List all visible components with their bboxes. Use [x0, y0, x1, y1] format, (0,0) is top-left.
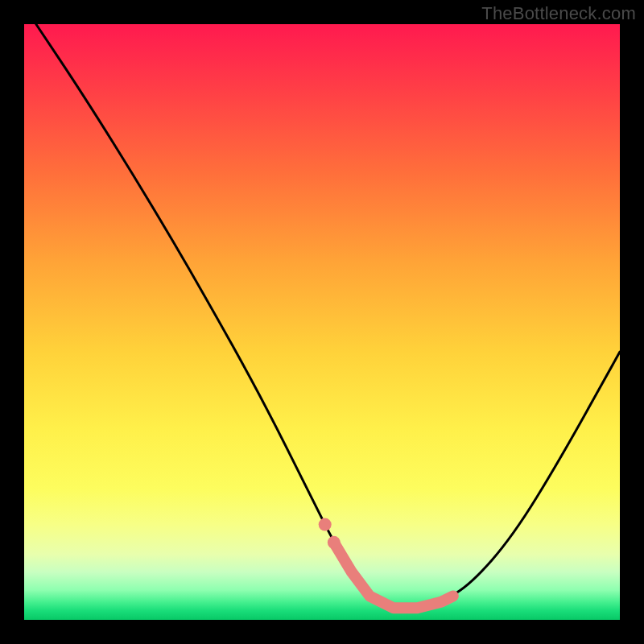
chart-frame: TheBottleneck.com	[0, 0, 644, 644]
highlight-dot-2	[319, 518, 332, 531]
chart-plot-area	[24, 24, 620, 620]
watermark-label: TheBottleneck.com	[481, 3, 636, 24]
chart-svg	[24, 24, 620, 620]
highlight-dot-1	[328, 536, 341, 549]
highlight-segment	[334, 543, 453, 608]
